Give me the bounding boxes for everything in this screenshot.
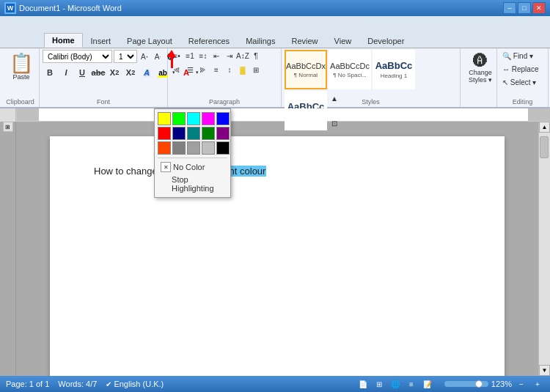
increase-indent-btn[interactable]: ⇥ xyxy=(224,50,235,62)
tab-developer[interactable]: Developer xyxy=(359,34,412,48)
web-layout-btn[interactable]: 🌐 xyxy=(389,378,402,390)
strikethrough-button[interactable]: abc xyxy=(91,65,106,80)
show-marks-btn[interactable]: ¶ xyxy=(250,50,262,62)
shading-btn[interactable]: ▓ xyxy=(237,64,249,75)
color-swatch-orange[interactable] xyxy=(158,141,171,155)
print-layout-btn[interactable]: 📄 xyxy=(356,378,370,390)
color-swatch-teal[interactable] xyxy=(187,127,200,140)
bold-button[interactable]: B xyxy=(43,65,57,80)
tab-review[interactable]: Review xyxy=(283,34,326,48)
tab-references[interactable]: References xyxy=(180,34,238,48)
color-swatch-bright-green[interactable] xyxy=(172,112,186,125)
left-sidebar: ⊞ xyxy=(0,122,16,376)
color-swatch-black[interactable] xyxy=(216,141,230,155)
minimize-button[interactable]: – xyxy=(503,2,516,14)
doc-text-before: How to change xyxy=(94,166,160,177)
shrink-font-btn[interactable]: A- xyxy=(152,51,164,62)
italic-button[interactable]: I xyxy=(59,65,73,80)
superscript-button[interactable]: X2 xyxy=(123,65,138,80)
style-normal-btn[interactable]: AaBbCcDx ¶ Normal xyxy=(285,50,327,89)
paste-icon: 📋 xyxy=(10,53,33,73)
style-no-spacing-btn[interactable]: AaBbCcDc ¶ No Spaci... xyxy=(329,50,371,89)
border-btn[interactable]: ⊞ xyxy=(250,64,262,75)
ruler-corner xyxy=(0,108,16,122)
stop-highlighting-option[interactable]: Stop Highlighting xyxy=(158,174,227,194)
clipboard-label: Clipboard xyxy=(1,98,39,106)
no-color-label: No Color xyxy=(173,163,205,171)
tab-home[interactable]: Home xyxy=(44,33,83,48)
decrease-indent-btn[interactable]: ⇤ xyxy=(210,50,222,62)
highlight-color-bar xyxy=(158,75,168,78)
document-content: How to change MS 2010 highlight colour xyxy=(94,166,461,177)
change-styles-icon: 🅐 xyxy=(473,53,488,68)
font-size-select[interactable]: 11 xyxy=(114,50,137,63)
select-button[interactable]: ↖ Select ▾ xyxy=(500,76,544,88)
arrow-indicator xyxy=(167,50,176,68)
replace-button[interactable]: ↔ Replace xyxy=(500,63,544,75)
color-picker-separator xyxy=(158,158,227,158)
color-swatch-dark-blue[interactable] xyxy=(172,127,186,140)
color-swatch-cyan[interactable] xyxy=(187,112,200,125)
find-button[interactable]: 🔍 Find ▾ xyxy=(500,50,544,62)
tab-view[interactable]: View xyxy=(326,34,360,48)
style-heading1-btn[interactable]: AaBbCc Heading 1 xyxy=(373,50,415,89)
style-normal-preview: AaBbCcDx xyxy=(286,62,326,70)
change-styles-button[interactable]: 🅐 ChangeStyles ▾ xyxy=(463,50,497,94)
paragraph-group-label: Paragraph xyxy=(168,98,281,106)
subscript-button[interactable]: X2 xyxy=(107,65,122,80)
color-swatch-gray[interactable] xyxy=(172,141,186,155)
tab-insert[interactable]: Insert xyxy=(83,34,120,48)
font-group-label: Font xyxy=(40,98,167,106)
scroll-up-btn[interactable]: ▲ xyxy=(539,122,550,133)
color-swatch-red[interactable] xyxy=(158,127,171,140)
vertical-scrollbar: ▲ ▼ xyxy=(538,122,550,376)
sort-btn[interactable]: A↕Z xyxy=(237,50,249,62)
ruler-marks xyxy=(17,108,550,121)
color-swatch-light-gray[interactable] xyxy=(187,141,200,155)
tab-page-layout[interactable]: Page Layout xyxy=(119,34,180,48)
zoom-slider[interactable] xyxy=(444,381,488,387)
justify-btn[interactable]: ≡ xyxy=(210,64,222,75)
no-color-option[interactable]: ✕ No Color xyxy=(158,160,227,174)
tab-mailings[interactable]: Mailings xyxy=(238,34,283,48)
editing-group-label: Editing xyxy=(497,98,548,106)
underline-button[interactable]: U xyxy=(75,65,89,80)
align-right-btn[interactable]: ⫸ xyxy=(197,64,209,75)
multilevel-btn[interactable]: ≡↕ xyxy=(197,50,209,62)
color-swatch-magenta[interactable] xyxy=(202,112,215,125)
draft-btn[interactable]: 📝 xyxy=(421,378,434,390)
color-swatch-blue[interactable] xyxy=(216,112,230,125)
styles-content: AaBbCcDx ¶ Normal AaBbCcDc ¶ No Spaci...… xyxy=(285,50,457,141)
word-icon: W xyxy=(4,2,16,14)
scroll-thumb[interactable] xyxy=(540,136,549,158)
font-name-select[interactable]: Calibri (Body) xyxy=(43,50,112,63)
outline-btn[interactable]: ≡ xyxy=(405,378,418,390)
color-swatch-silver[interactable] xyxy=(202,141,215,155)
paste-button[interactable]: 📋 Paste xyxy=(4,50,38,94)
color-swatch-purple[interactable] xyxy=(216,127,230,140)
full-screen-btn[interactable]: ⊞ xyxy=(373,378,386,390)
color-swatch-yellow[interactable] xyxy=(158,112,171,125)
editing-group: 🔍 Find ▾ ↔ Replace ↖ Select ▾ Editing xyxy=(497,48,549,107)
ruler-toggle-btn[interactable]: ⊞ xyxy=(3,122,13,132)
language-info: ✔ English (U.K.) xyxy=(106,380,164,388)
change-styles-content: 🅐 ChangeStyles ▾ xyxy=(463,50,497,107)
document-scroll[interactable]: How to change MS 2010 highlight colour xyxy=(16,122,538,376)
zoom-in-btn[interactable]: + xyxy=(531,378,544,390)
zoom-out-btn[interactable]: − xyxy=(515,378,528,390)
numbering-btn[interactable]: ≡1 xyxy=(184,50,196,62)
color-picker-dropdown: ✕ No Color Stop Highlighting xyxy=(154,108,231,198)
style-heading1-label: Heading 1 xyxy=(381,73,407,79)
line-spacing-btn[interactable]: ↕ xyxy=(224,64,235,75)
color-swatch-green[interactable] xyxy=(202,127,215,140)
text-effects-button[interactable]: A xyxy=(139,65,154,80)
paragraph-group: ≡• ≡1 ≡↕ ⇤ ⇥ A↕Z ¶ ⫷ ☰ ⫸ ≡ ↕ ▓ ⊞ xyxy=(168,48,282,107)
close-button[interactable]: ✕ xyxy=(532,2,546,14)
align-center-btn[interactable]: ☰ xyxy=(184,64,196,75)
stop-highlight-label: Stop Highlighting xyxy=(172,175,224,193)
page-info: Page: 1 of 1 xyxy=(6,380,49,388)
maximize-button[interactable]: □ xyxy=(518,2,531,14)
scroll-down-btn[interactable]: ▼ xyxy=(539,365,550,376)
main-area: ⊞ How to change MS 2010 highlight colour… xyxy=(0,122,550,376)
grow-font-btn[interactable]: A+ xyxy=(139,51,150,62)
